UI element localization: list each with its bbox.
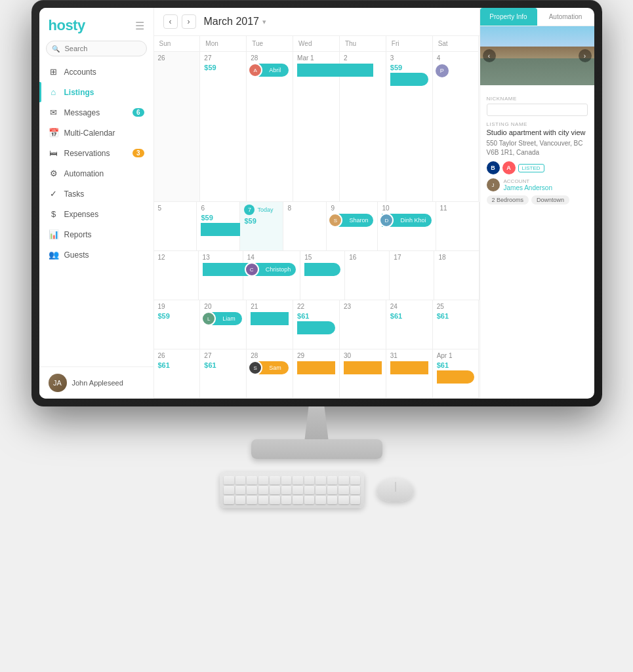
- sidebar-item-guests[interactable]: 👥 Guests: [39, 245, 153, 265]
- search-input[interactable]: [46, 41, 147, 56]
- cal-cell-27-mar[interactable]: 27 $61: [200, 349, 247, 399]
- day-header-fri: Fri: [386, 36, 433, 52]
- tab-property-info[interactable]: Property Info: [480, 8, 537, 26]
- cal-cell-21[interactable]: 21: [247, 300, 293, 349]
- nickname-input[interactable]: [487, 104, 588, 116]
- nav-label-expenses: Expenses: [64, 210, 99, 219]
- logo-text: hosty: [49, 17, 85, 34]
- property-tags: 2 Bedrooms Downtown: [487, 195, 588, 205]
- week-1: 26 27$59 28 A Abril Mar 1: [154, 52, 480, 202]
- reservations-icon: 🛏: [49, 148, 59, 158]
- next-month-button[interactable]: ›: [182, 14, 196, 29]
- accounts-icon: ⊞: [49, 67, 59, 77]
- event-liam[interactable]: L Liam: [204, 312, 242, 325]
- event-sharon[interactable]: S Sharon: [331, 214, 373, 227]
- nav-label-multi-calendar: Multi-Calendar: [64, 128, 115, 138]
- today-number: 7: [244, 205, 255, 215]
- cal-cell-23[interactable]: 23: [340, 300, 386, 349]
- tag-bedrooms[interactable]: 2 Bedrooms: [487, 195, 529, 205]
- cal-cell-12[interactable]: 12: [154, 251, 199, 300]
- event-liam-span2: [297, 321, 335, 334]
- dinhkhoi-avatar: D: [379, 213, 394, 227]
- sidebar-item-listings[interactable]: ⌂ Listings: [39, 82, 153, 102]
- sidebar-item-reports[interactable]: 📊 Reports: [39, 224, 153, 245]
- key-23: [338, 486, 349, 494]
- account-avatar: J: [487, 178, 500, 191]
- prev-month-button[interactable]: ‹: [163, 14, 178, 29]
- event-abril-name: Abril: [269, 67, 281, 73]
- cal-cell-15[interactable]: 15: [300, 251, 345, 300]
- month-dropdown-icon[interactable]: ▾: [262, 18, 266, 26]
- cal-cell-18[interactable]: 18: [434, 251, 479, 300]
- cal-cell-26-mar[interactable]: 26 $61: [154, 349, 201, 399]
- cal-cell-22[interactable]: 22 $61: [293, 300, 340, 349]
- svg-rect-4: [507, 31, 557, 68]
- messages-badge: 6: [133, 108, 144, 117]
- sidebar-item-tasks[interactable]: ✓ Tasks: [39, 184, 153, 204]
- nav-label-automation: Automation: [64, 169, 104, 178]
- key-7: [293, 476, 303, 484]
- cal-cell-apr1[interactable]: Apr 1 $61: [433, 349, 480, 399]
- cal-cell-2[interactable]: 2: [340, 52, 386, 202]
- cal-cell-31[interactable]: 31: [386, 349, 433, 399]
- cal-cell-3[interactable]: 3 $59: [386, 52, 433, 202]
- cal-cell-25[interactable]: 25 $61: [433, 300, 480, 349]
- key-34: [327, 496, 338, 504]
- sidebar-item-messages[interactable]: ✉ Messages 6: [39, 102, 153, 123]
- cal-cell-28-mar[interactable]: 28 S Sam: [247, 349, 293, 399]
- sidebar-item-reservations[interactable]: 🛏 Reservations 3: [39, 143, 153, 163]
- christoph-avatar: C: [245, 262, 259, 277]
- day-header-tue: Tue: [247, 36, 293, 52]
- tag-downtown[interactable]: Downtown: [531, 195, 569, 205]
- room-svg: [480, 26, 594, 85]
- cal-cell-16[interactable]: 16: [345, 251, 390, 300]
- cal-cell-26-feb[interactable]: 26: [154, 52, 201, 202]
- week-4: 19 $59 20 L Liam 21: [154, 300, 480, 349]
- event-christoph[interactable]: C Christoph: [247, 263, 296, 276]
- cal-cell-27[interactable]: 27$59: [200, 52, 247, 202]
- image-next-button[interactable]: ›: [579, 49, 592, 62]
- sidebar-item-expenses[interactable]: $ Expenses: [39, 204, 153, 224]
- cal-cell-29[interactable]: 29: [293, 349, 340, 399]
- cal-cell-17[interactable]: 17: [390, 251, 434, 300]
- user-avatar: JA: [49, 374, 67, 392]
- event-dinhkhoi[interactable]: D Dinh Khoi: [382, 214, 431, 227]
- sidebar-item-accounts[interactable]: ⊞ Accounts: [39, 62, 153, 82]
- hamburger-icon[interactable]: ☰: [135, 20, 144, 32]
- cal-cell-13[interactable]: 13: [199, 251, 243, 300]
- event-sam-span3: [390, 361, 428, 374]
- listing-name-value: Studio apartment with city view: [487, 128, 588, 136]
- cal-cell-7-today[interactable]: 7 Today $59: [240, 202, 283, 251]
- cal-cell-24[interactable]: 24 $61: [386, 300, 433, 349]
- cal-cell-10[interactable]: 10 D Dinh Khoi: [378, 202, 436, 251]
- cal-cell-mar1[interactable]: Mar 1: [293, 52, 340, 202]
- cal-cell-11[interactable]: 11: [436, 202, 480, 251]
- sam-avatar: S: [248, 361, 262, 375]
- cal-cell-6[interactable]: 6 $59: [197, 202, 240, 251]
- event-sam[interactable]: S Sam: [251, 361, 289, 374]
- cal-cell-8[interactable]: 8: [283, 202, 327, 251]
- sidebar: hosty ☰ 🔍 ⊞ Accounts ⌂ Listings: [39, 8, 154, 399]
- account-section: J ACCOUNT James Anderson: [487, 178, 588, 191]
- key-21: [316, 486, 326, 494]
- image-prev-button[interactable]: ‹: [483, 49, 496, 62]
- cal-cell-4[interactable]: 4 P: [433, 52, 480, 202]
- month-label: March 2017: [204, 16, 260, 28]
- cal-cell-20[interactable]: 20 L Liam: [200, 300, 247, 349]
- sidebar-item-multi-calendar[interactable]: 📅 Multi-Calendar: [39, 123, 153, 143]
- key-12: [350, 476, 361, 484]
- platform-badges: B A LISTED: [487, 161, 588, 174]
- nav-arrows: ‹ ›: [163, 14, 196, 29]
- cal-cell-9[interactable]: 9 S Sharon: [327, 202, 378, 251]
- cal-cell-28[interactable]: 28 A Abril: [247, 52, 293, 202]
- cal-cell-14[interactable]: 14 C Christoph: [243, 251, 301, 300]
- tab-automation[interactable]: Automation: [537, 8, 594, 26]
- event-abril[interactable]: A Abril: [251, 64, 289, 77]
- sidebar-item-automation[interactable]: ⚙ Automation: [39, 163, 153, 184]
- cal-cell-19[interactable]: 19 $59: [154, 300, 201, 349]
- key-16: [258, 486, 269, 494]
- cal-cell-30[interactable]: 30: [340, 349, 386, 399]
- cal-cell-5[interactable]: 5: [154, 202, 197, 251]
- key-1: [224, 476, 234, 484]
- key-20: [304, 486, 315, 494]
